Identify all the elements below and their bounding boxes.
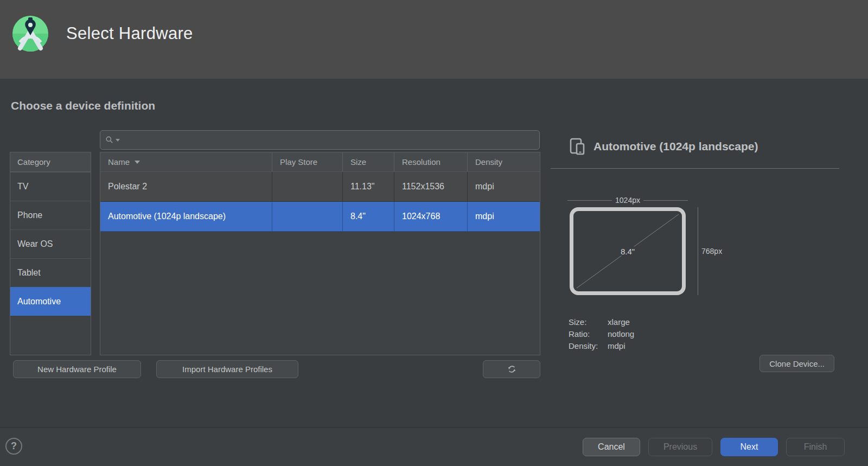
spec-ratio-value: notlong: [608, 329, 634, 339]
device-table: Name Play Store Size Resolution Density …: [100, 152, 540, 355]
spec-size-label: Size:: [569, 317, 608, 327]
cell-play-store: [272, 202, 343, 231]
column-header-density[interactable]: Density: [468, 152, 540, 171]
footer-buttons: Cancel Previous Next Finish: [583, 438, 845, 456]
column-header-name[interactable]: Name: [100, 152, 272, 171]
search-icon: [105, 136, 114, 144]
spec-size: Size: xlarge: [569, 316, 634, 328]
search-input-wrapper[interactable]: [100, 130, 540, 150]
spec-density: Density: mdpi: [569, 340, 634, 352]
devices-icon: [569, 137, 587, 156]
column-header-name-label: Name: [108, 157, 130, 167]
diagonal-size-label: 8.4": [617, 247, 638, 256]
cell-size: 11.13": [343, 172, 394, 201]
device-details-title: Automotive (1024p landscape): [593, 140, 758, 153]
cell-size: 8.4": [343, 202, 394, 231]
search-input[interactable]: [124, 136, 534, 145]
device-details-header: Automotive (1024p landscape): [569, 137, 758, 156]
width-dimension-label: 1024px: [615, 196, 640, 205]
column-header-play-store[interactable]: Play Store: [272, 152, 343, 171]
dialog-footer: ? Cancel Previous Next Finish: [0, 427, 868, 466]
cell-resolution: 1152x1536: [394, 172, 468, 201]
screen-diagram: 8.4": [570, 207, 686, 295]
refresh-button[interactable]: [483, 360, 540, 378]
height-dimension-line: [698, 207, 698, 295]
cell-name: Automotive (1024p landscape): [100, 202, 272, 231]
device-specs: Size: xlarge Ratio: notlong Density: mdp…: [569, 316, 634, 352]
category-item-wear-os[interactable]: Wear OS: [10, 229, 91, 258]
category-column-header: Category: [10, 152, 91, 172]
search-history-caret-icon[interactable]: [116, 139, 120, 142]
sort-descending-icon: [135, 161, 140, 164]
finish-button[interactable]: Finish: [786, 438, 845, 456]
cancel-button[interactable]: Cancel: [583, 438, 640, 456]
spec-size-value: xlarge: [608, 317, 630, 327]
dimension-line: [567, 200, 612, 201]
help-icon[interactable]: ?: [5, 438, 22, 455]
cell-resolution: 1024x768: [394, 202, 468, 231]
new-hardware-profile-button[interactable]: New Hardware Profile: [13, 360, 141, 378]
refresh-icon: [507, 364, 517, 374]
dimension-line: [643, 200, 688, 201]
details-separator: [551, 168, 839, 169]
category-item-tablet[interactable]: Tablet: [10, 258, 91, 287]
column-header-resolution[interactable]: Resolution: [394, 152, 468, 171]
spec-ratio-label: Ratio:: [569, 329, 608, 339]
category-item-automotive[interactable]: Automotive: [10, 287, 91, 316]
column-header-size[interactable]: Size: [343, 152, 394, 171]
spec-ratio: Ratio: notlong: [569, 328, 634, 340]
cell-name: Polestar 2: [100, 172, 272, 201]
device-table-header: Name Play Store Size Resolution Density: [100, 152, 540, 172]
clone-device-button[interactable]: Clone Device...: [760, 355, 834, 372]
main-content: Choose a device definition Category TV P…: [0, 79, 868, 427]
width-dimension: 1024px: [567, 196, 688, 205]
category-item-tv[interactable]: TV: [10, 172, 91, 201]
cell-density: mdpi: [468, 172, 540, 201]
category-list: Category TV Phone Wear OS Tablet Automot…: [10, 152, 91, 355]
dialog-header: Select Hardware: [0, 0, 868, 79]
table-row-polestar-2[interactable]: Polestar 2 11.13" 1152x1536 mdpi: [100, 172, 540, 202]
category-item-phone[interactable]: Phone: [10, 201, 91, 229]
select-hardware-dialog: Select Hardware Choose a device definiti…: [0, 0, 868, 466]
next-button[interactable]: Next: [720, 438, 778, 456]
import-hardware-profiles-button[interactable]: Import Hardware Profiles: [156, 360, 298, 378]
android-studio-logo-icon: [11, 14, 50, 53]
spec-density-value: mdpi: [608, 341, 626, 350]
section-heading: Choose a device definition: [11, 99, 155, 112]
cell-play-store: [272, 172, 343, 201]
spec-density-label: Density:: [569, 341, 608, 350]
cell-density: mdpi: [468, 202, 540, 231]
dialog-title: Select Hardware: [66, 0, 193, 67]
previous-button[interactable]: Previous: [648, 438, 712, 456]
height-dimension-label: 768px: [701, 207, 722, 295]
table-row-automotive-1024p[interactable]: Automotive (1024p landscape) 8.4" 1024x7…: [100, 202, 540, 232]
